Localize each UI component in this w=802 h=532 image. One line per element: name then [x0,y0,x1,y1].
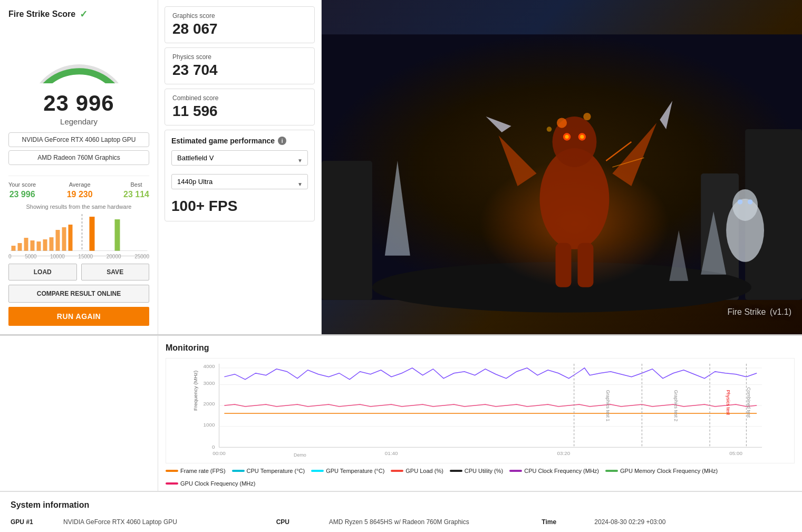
gpu2-info: AMD Radeon 760M Graphics [8,150,149,165]
svg-text:3000: 3000 [204,380,215,386]
game-performance-section: Estimated game performance i Battlefield… [165,130,315,221]
hardware-note: Showing results from the same hardware [26,204,132,210]
sys-info-col1: GPU #1 NVIDIA GeForce RTX 4060 Laptop GP… [11,518,260,532]
graphics-score-card: Graphics score 28 067 [165,6,315,43]
sys-cpu-value: AMD Ryzen 5 8645HS w/ Radeon 760M Graphi… [329,518,469,526]
load-save-row: LOAD SAVE [8,264,149,280]
svg-point-26 [580,135,584,139]
svg-text:1000: 1000 [204,422,215,428]
your-score-col: Your score 23 996 [8,181,36,199]
sys-gpu1-value: NVIDIA GeForce RTX 4060 Laptop GPU [63,518,177,526]
game-image-panel: Fire Strike (v1.1) [322,0,802,334]
svg-point-43 [738,199,743,205]
title-text: Fire Strike Score [8,9,75,19]
sys-info-grid: GPU #1 NVIDIA GeForce RTX 4060 Laptop GP… [11,518,791,532]
quality-dropdown-wrap: 1440p Ultra 1080p Ultra 1080p High [171,174,308,194]
physics-score-label: Physics score [172,53,307,61]
combined-score-label: Combined score [172,94,307,102]
svg-text:0: 0 [212,444,215,450]
info-icon[interactable]: i [278,137,286,145]
graphics-score-value: 28 067 [172,21,307,37]
svg-rect-5 [37,241,41,251]
sys-info-col3: Time 2024-08-30 02:29 +03:00 SystemInfo … [542,518,791,532]
svg-rect-10 [69,225,73,251]
sys-gpu1-item: GPU #1 NVIDIA GeForce RTX 4060 Laptop GP… [11,518,260,526]
svg-rect-2 [18,243,22,251]
physics-score-card: Physics score 23 704 [165,47,315,84]
monitoring-svg: 0 1000 2000 3000 4000 00:00 01:40 03:20 … [166,359,794,463]
score-histogram: 0 5000 10000 15000 20000 25000 [8,214,149,256]
svg-text:03:20: 03:20 [557,450,571,456]
monitoring-title: Monitoring [166,343,795,353]
svg-point-44 [748,199,753,205]
svg-text:Graphics test 1: Graphics test 1 [605,390,611,421]
svg-text:01:40: 01:40 [385,450,398,456]
avg-score-value: 19 230 [67,190,93,199]
legend-dot-gpu-clock [166,482,178,485]
run-again-button[interactable]: RUN AGAIN [8,307,149,326]
game-image: Fire Strike (v1.1) [322,0,802,334]
compare-button[interactable]: COMPARE RESULT ONLINE [8,285,149,303]
avg-score-label: Average [67,181,93,188]
svg-text:4000: 4000 [204,363,215,369]
svg-text:Frequency (MHz): Frequency (MHz) [192,371,198,411]
fps-value: 100+ FPS [171,198,308,215]
svg-point-42 [732,189,758,221]
main-score-display: 23 996 Legendary [43,91,114,126]
svg-rect-13 [115,219,120,251]
score-comparison: Your score 23 996 Average 19 230 Best 23… [8,176,149,199]
game-perf-title: Estimated game performance i [171,137,308,145]
your-score-value: 23 996 [8,190,36,199]
svg-rect-32 [577,243,593,287]
svg-text:Demo: Demo [294,452,306,458]
legend-framerate: Frame rate (FPS) [166,468,226,474]
sys-info-col2: CPU AMD Ryzen 5 8645HS w/ Radeon 760M Gr… [276,518,526,532]
legend-dot-gpu-load [391,470,403,472]
svg-rect-8 [56,230,60,251]
monitoring-section: Monitoring 0 1000 2000 3000 4000 [158,336,802,491]
hardware-info: NVIDIA GeForce RTX 4060 Laptop GPU AMD R… [8,132,149,168]
save-button[interactable]: SAVE [81,264,150,280]
svg-point-36 [557,118,567,128]
your-score-label: Your score [8,181,36,188]
svg-rect-7 [50,237,54,251]
svg-rect-9 [62,227,66,251]
svg-text:Physics test: Physics test [726,390,731,415]
best-score-col: Best 23 114 [123,181,149,199]
game-dropdown[interactable]: Battlefield V Call of Duty Cyberpunk 207… [171,150,308,166]
game-dropdown-wrap: Battlefield V Call of Duty Cyberpunk 207… [171,150,308,170]
game-watermark: Fire Strike (v1.1) [727,302,791,318]
sys-cpu-key: CPU [276,518,324,526]
histogram-svg [8,214,149,251]
svg-rect-11 [90,217,95,251]
svg-text:Combined test: Combined test [746,387,751,418]
graphics-score-label: Graphics score [172,12,307,20]
svg-rect-3 [24,238,28,251]
gauge-svg [21,25,137,83]
legend-dot-gpu-mem-clock [605,470,618,472]
svg-text:Graphics test 2: Graphics test 2 [673,390,679,421]
load-button[interactable]: LOAD [8,264,77,280]
sys-info-title: System information [11,500,791,510]
svg-rect-16 [322,161,372,300]
svg-text:2000: 2000 [204,401,215,407]
best-score-label: Best [123,181,149,188]
sys-time-item: Time 2024-08-30 02:29 +03:00 [542,518,791,526]
svg-rect-1 [12,246,16,251]
verified-icon: ✓ [80,8,88,20]
svg-rect-6 [43,239,47,251]
legend-dot-gpu-temp [311,470,324,472]
legend-gpu-clock: GPU Clock Frequency (MHz) [166,480,255,487]
best-score-value: 23 114 [123,190,149,199]
main-score-value: 23 996 [43,91,114,116]
gpu1-info: NVIDIA GeForce RTX 4060 Laptop GPU [8,132,149,147]
quality-dropdown[interactable]: 1440p Ultra 1080p Ultra 1080p High [171,174,308,189]
game-illustration [322,0,802,334]
combined-score-value: 11 596 [172,103,307,120]
legend-cpu-clock: CPU Clock Frequency (MHz) [509,468,599,474]
legend-dot-cpu-util [450,470,462,472]
svg-point-38 [547,127,552,132]
combined-score-card: Combined score 11 596 [165,89,315,125]
svg-point-25 [565,135,568,139]
svg-rect-31 [556,243,572,287]
